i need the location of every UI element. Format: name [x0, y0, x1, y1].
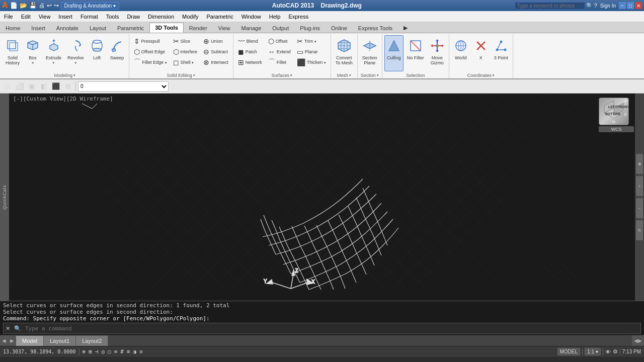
menu-format[interactable]: Format: [76, 11, 102, 22]
minimize-btn[interactable]: −: [619, 2, 626, 9]
search-icon[interactable]: 🔍: [586, 3, 593, 9]
no-filter-button[interactable]: No Filter: [405, 35, 427, 71]
tab-layout1[interactable]: Layout1: [44, 336, 76, 346]
tab-layout[interactable]: Layout: [84, 23, 112, 33]
tab-layout2[interactable]: Layout2: [76, 336, 108, 346]
planar-button[interactable]: ▭ Planar: [294, 47, 329, 57]
tab-express-tools[interactable]: Express Tools: [353, 23, 398, 33]
ortho-icon[interactable]: ⊣: [95, 348, 99, 355]
menu-file[interactable]: File: [0, 11, 17, 22]
tab-model[interactable]: Model: [16, 336, 44, 346]
selection-cycling-icon[interactable]: ⊙: [139, 348, 143, 355]
menu-draw[interactable]: Draw: [123, 11, 144, 22]
toolbar-btn-6[interactable]: ⊞: [62, 81, 73, 92]
snap-icon[interactable]: ⊕: [83, 348, 86, 355]
osnap-icon[interactable]: ○: [108, 348, 111, 355]
tab-parametric[interactable]: Parametric: [112, 23, 149, 33]
otrack-icon[interactable]: ∞: [114, 348, 118, 355]
open-icon[interactable]: 📂: [20, 2, 27, 9]
network-button[interactable]: ⊞ Network: [235, 57, 265, 67]
thicken-button[interactable]: ⬛ Thicken ▾: [294, 57, 329, 67]
close-btn[interactable]: ✕: [635, 2, 642, 9]
offset-surface-button[interactable]: ⬡ Offset: [266, 36, 293, 46]
model-space-btn[interactable]: MODEL: [557, 348, 581, 355]
tab-next-btn[interactable]: ▶: [8, 335, 16, 346]
sweep-button[interactable]: Sweep: [108, 35, 127, 71]
menu-view[interactable]: View: [35, 11, 55, 22]
menu-help[interactable]: Help: [265, 11, 285, 22]
polar-icon[interactable]: ◎: [101, 348, 105, 355]
signin-btn[interactable]: Sign In: [598, 3, 618, 9]
save-icon[interactable]: 💾: [29, 2, 37, 9]
menu-dimension[interactable]: Dimension: [144, 11, 178, 22]
slice-button[interactable]: ✂ Slice: [171, 36, 200, 46]
search-input[interactable]: [515, 2, 585, 10]
menu-modify[interactable]: Modify: [178, 11, 202, 22]
viewport[interactable]: Z Y X [-][Custom View][2D Wirefram: [9, 94, 644, 301]
navcube[interactable]: BOTTOM LEFT FRONT N E S WCS: [599, 98, 634, 138]
tab-scroll-right[interactable]: ▶: [638, 338, 642, 343]
toolbar-btn-4[interactable]: ◧: [38, 81, 49, 92]
pan-icon[interactable]: ✥: [636, 154, 643, 174]
tab-view[interactable]: View: [213, 23, 236, 33]
tab-annotate[interactable]: Annotate: [51, 23, 84, 33]
blend-button[interactable]: 〰 Blend: [235, 36, 265, 46]
selection-group-label[interactable]: Selection: [384, 72, 447, 78]
annotation-scale-btn[interactable]: 1:1 ▾: [585, 348, 601, 355]
transparency-icon[interactable]: ◑: [133, 348, 137, 355]
quickcalc-sidebar[interactable]: QuickCalc: [0, 94, 9, 301]
cmd-close-btn[interactable]: ✕: [4, 325, 12, 332]
toolbar-btn-5[interactable]: ⬛: [50, 81, 61, 92]
grid-icon[interactable]: ⊞: [89, 348, 92, 355]
menu-tools[interactable]: Tools: [102, 11, 123, 22]
tab-prev-btn[interactable]: ◀: [0, 335, 8, 346]
move-gizmo-button[interactable]: MoveGizmo: [428, 35, 447, 71]
undo-icon[interactable]: ↩: [47, 2, 52, 9]
layer-selector[interactable]: 0: [78, 81, 169, 92]
patch-button[interactable]: ◼ Patch: [235, 47, 265, 57]
tab-plugins[interactable]: Plug-ins: [294, 23, 326, 33]
loft-button[interactable]: Loft: [88, 35, 107, 71]
toolbar-btn-2[interactable]: ⬜: [14, 81, 25, 92]
tab-more[interactable]: ▶: [398, 23, 413, 33]
trim-button[interactable]: ✂ Trim ▾: [294, 36, 329, 46]
surfaces-group-label[interactable]: Surfaces ▾: [235, 72, 329, 78]
union-button[interactable]: ⊕ Union: [201, 36, 231, 46]
dynamic-input-icon[interactable]: #: [120, 348, 124, 355]
revolve-button[interactable]: Revolve▾: [65, 35, 87, 71]
redo-icon[interactable]: ↪: [54, 2, 59, 9]
box-button[interactable]: Box▾: [23, 35, 42, 71]
mesh-group-label[interactable]: Mesh ▾: [333, 72, 355, 78]
section-group-label[interactable]: Section ▾: [360, 72, 380, 78]
tab-online[interactable]: Online: [326, 23, 353, 33]
extrude-button[interactable]: Extrude▾: [43, 35, 64, 71]
command-input[interactable]: [23, 325, 640, 332]
tab-3dtools[interactable]: 3D Tools: [149, 23, 184, 33]
menu-insert[interactable]: Insert: [54, 11, 76, 22]
maximize-btn[interactable]: □: [627, 2, 634, 9]
convert-to-mesh-button[interactable]: ConvertTo Mesh: [333, 35, 355, 71]
modeling-group-label[interactable]: Modeling ▾: [3, 72, 127, 78]
new-icon[interactable]: 📄: [10, 2, 18, 9]
cmd-search-btn[interactable]: 🔍: [12, 325, 23, 332]
menu-window[interactable]: Window: [237, 11, 265, 22]
menu-parametric[interactable]: Parametric: [202, 11, 237, 22]
subtract-button[interactable]: ⊖ Subtract: [201, 47, 231, 57]
x-coord-button[interactable]: X: [471, 35, 491, 71]
solid-editing-group-label[interactable]: Solid Editing ▾: [131, 72, 231, 78]
menu-edit[interactable]: Edit: [17, 11, 35, 22]
interfere-button[interactable]: ⬡ Interfere: [171, 47, 200, 57]
settings-icon[interactable]: ⚙: [613, 348, 618, 355]
tab-home[interactable]: Home: [0, 23, 26, 33]
annotation-visibility-icon[interactable]: 👁: [605, 349, 611, 355]
extend-surface-button[interactable]: ↔ Extend: [266, 47, 293, 57]
tab-insert[interactable]: Insert: [26, 23, 51, 33]
navcube-box[interactable]: BOTTOM LEFT FRONT N E S: [599, 98, 629, 125]
toolbar-btn-3[interactable]: ▣: [26, 81, 37, 92]
tab-scroll-left[interactable]: ◀: [634, 338, 638, 343]
presspull-button[interactable]: ⇕ Presspull: [131, 36, 170, 46]
intersect-button[interactable]: ⊗ Intersect: [201, 57, 231, 67]
shell-button[interactable]: ◻ Shell ▾: [171, 57, 200, 67]
fillet-surface-button[interactable]: ⌒ Fillet: [266, 57, 293, 67]
menu-express[interactable]: Express: [284, 11, 312, 22]
